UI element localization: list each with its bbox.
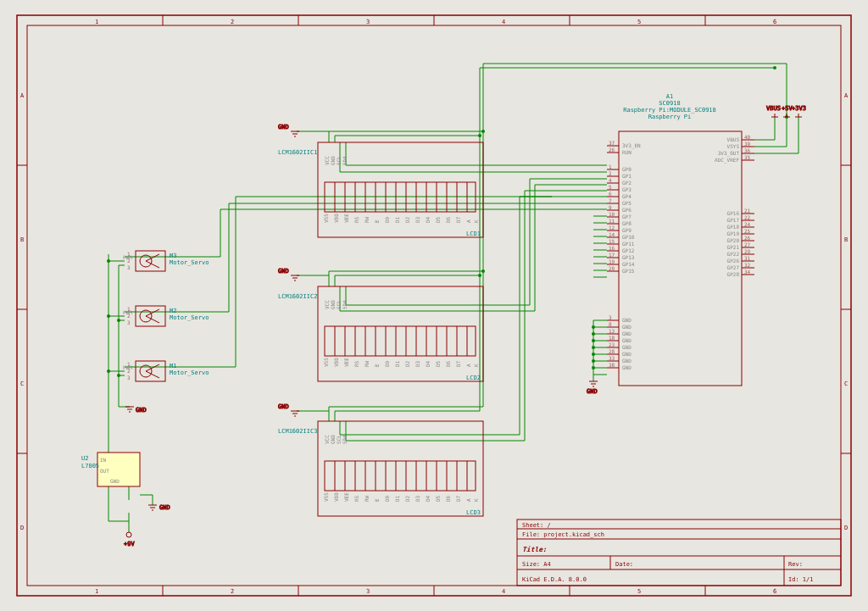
lcd-modules: LCM1602IIC1 LCD1 VCC GND SCL SDA VSS VDD…	[278, 142, 483, 516]
gnd-lcd1: GND	[278, 124, 299, 136]
svg-text:Size: A4: Size: A4	[522, 561, 551, 568]
svg-text:D7: D7	[455, 360, 461, 367]
svg-point-65	[592, 346, 595, 349]
svg-text:VSS: VSS	[323, 214, 329, 223]
svg-text:3: 3	[127, 319, 131, 325]
svg-point-68	[592, 366, 595, 369]
svg-text:RW: RW	[364, 360, 370, 367]
regulator-u2: U2 L7805 IN OUT GND	[81, 453, 140, 486]
svg-text:Rev:: Rev:	[788, 561, 803, 568]
svg-text:GP2: GP2	[622, 180, 632, 186]
svg-text:GP17: GP17	[727, 217, 740, 223]
svg-text:A: A	[844, 92, 849, 99]
svg-text:K: K	[473, 498, 479, 502]
svg-text:GP10: GP10	[622, 234, 635, 240]
svg-text:GP1: GP1	[622, 173, 632, 179]
svg-point-60	[773, 66, 776, 69]
svg-text:23: 23	[609, 342, 615, 347]
servo-m2: M2 Motor_Servo PWM 1 2 3	[123, 306, 209, 326]
svg-text:Raspberry Pi: Raspberry Pi	[648, 114, 692, 120]
svg-text:VDD: VDD	[333, 214, 339, 223]
svg-text:9: 9	[609, 204, 612, 210]
svg-text:VCC: VCC	[324, 435, 330, 444]
svg-text:2: 2	[127, 313, 131, 319]
svg-text:A: A	[465, 364, 471, 367]
svg-text:Raspberry Pi:MODULE_SC0918: Raspberry Pi:MODULE_SC0918	[623, 107, 716, 114]
svg-text:D6: D6	[445, 216, 451, 223]
svg-text:17: 17	[609, 252, 615, 258]
svg-text:2: 2	[231, 588, 234, 595]
svg-text:3: 3	[366, 588, 370, 595]
svg-point-51	[107, 259, 110, 263]
svg-text:11: 11	[609, 218, 615, 224]
svg-text:6: 6	[609, 191, 612, 197]
svg-text:19: 19	[609, 258, 615, 264]
svg-text:GP3: GP3	[622, 186, 632, 192]
svg-text:LCM1602IIC2: LCM1602IIC2	[278, 293, 317, 300]
svg-text:4: 4	[609, 177, 612, 183]
gnd-lcd3: GND	[278, 403, 299, 416]
svg-text:GP7: GP7	[622, 214, 632, 219]
svg-text:D5: D5	[435, 216, 441, 223]
svg-text:Date:: Date:	[615, 561, 633, 568]
svg-text:22: 22	[744, 214, 751, 220]
svg-text:GP4: GP4	[622, 193, 632, 199]
svg-text:GND: GND	[622, 358, 632, 364]
svg-text:RS: RS	[353, 495, 359, 502]
svg-text:15: 15	[609, 238, 615, 244]
svg-text:12: 12	[609, 225, 615, 231]
svg-text:D5: D5	[435, 495, 441, 502]
svg-text:GP14: GP14	[622, 261, 635, 267]
svg-text:VBUS: VBUS	[727, 136, 740, 142]
svg-point-53	[107, 369, 110, 373]
svg-text:GP15: GP15	[622, 268, 635, 274]
svg-text:M1: M1	[170, 363, 176, 369]
svg-text:1: 1	[95, 19, 98, 25]
svg-text:1: 1	[127, 361, 131, 367]
svg-text:D2: D2	[404, 495, 410, 502]
svg-text:LCM1602IIC1: LCM1602IIC1	[278, 149, 317, 156]
svg-text:VEE: VEE	[343, 492, 349, 502]
svg-text:40: 40	[744, 134, 751, 140]
svg-text:D1: D1	[394, 216, 400, 223]
svg-text:E: E	[374, 364, 380, 367]
svg-text:GND: GND	[622, 337, 632, 343]
svg-text:GP20: GP20	[727, 237, 740, 243]
svg-text:GND: GND	[110, 478, 120, 484]
svg-text:SDA: SDA	[342, 435, 348, 444]
svg-text:A: A	[20, 92, 25, 99]
svg-text:GND: GND	[136, 407, 147, 414]
svg-text:39: 39	[744, 141, 751, 147]
svg-text:GND: GND	[587, 388, 598, 395]
svg-text:GP12: GP12	[622, 247, 635, 253]
svg-text:GP27: GP27	[727, 264, 740, 270]
svg-text:K: K	[473, 219, 479, 223]
svg-text:D2: D2	[404, 360, 410, 367]
svg-text:D0: D0	[384, 495, 390, 502]
svg-text:E: E	[374, 498, 380, 502]
svg-text:GND: GND	[622, 364, 632, 370]
svg-text:Sheet: /: Sheet: /	[522, 522, 551, 529]
svg-point-340	[126, 532, 131, 537]
svg-text:35: 35	[744, 154, 751, 160]
svg-text:LCD1: LCD1	[466, 231, 481, 237]
svg-text:VBUS: VBUS	[766, 105, 781, 112]
svg-text:IN: IN	[100, 457, 107, 463]
svg-text:Id: 1/1: Id: 1/1	[788, 576, 814, 583]
svg-text:GP22: GP22	[727, 251, 740, 257]
svg-text:GP18: GP18	[727, 224, 740, 230]
schematic-canvas[interactable]: 1 2 3 4 5 6 1 2 3 4 5 6 A B C D A B C D	[0, 0, 868, 611]
svg-text:M3: M3	[170, 253, 176, 259]
svg-text:GP16: GP16	[727, 210, 740, 216]
lcd2: LCM1602IIC2 LCD2 VCC GND SCL SDA VSS VDD…	[278, 286, 483, 381]
svg-point-59	[478, 134, 481, 137]
svg-text:2: 2	[231, 19, 234, 25]
svg-text:C: C	[844, 380, 848, 387]
svg-text:VSYS: VSYS	[727, 143, 740, 149]
svg-text:VEE: VEE	[343, 358, 349, 367]
lcd1: LCM1602IIC1 LCD1 VCC GND SCL SDA VSS VDD…	[278, 142, 483, 237]
svg-text:U2: U2	[81, 455, 88, 462]
svg-text:36: 36	[744, 147, 751, 153]
svg-text:1: 1	[127, 306, 131, 312]
schematic-sheet: { "frame": { "ruler_top": ["1","2","3","…	[0, 0, 868, 611]
